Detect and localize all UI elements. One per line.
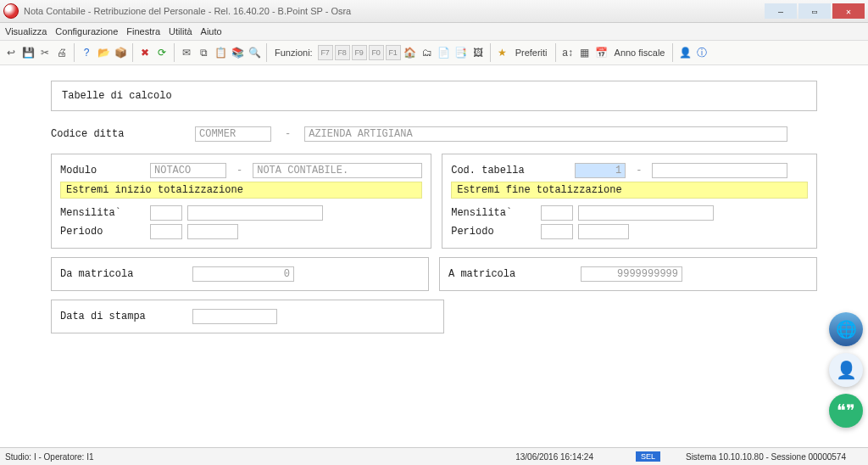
- dash: -: [285, 128, 291, 140]
- mensilita-right-code-input[interactable]: [541, 205, 573, 221]
- window-titlebar: Nota Contabile - Retribuzione del Person…: [0, 0, 868, 23]
- cod-tabella-label: Cod. tabella: [451, 165, 570, 176]
- f0-button[interactable]: F0: [369, 45, 384, 60]
- fine-banner: Estremi fine totalizzazione: [451, 182, 808, 199]
- cod-tabella-value-input[interactable]: [575, 163, 626, 178]
- home-icon[interactable]: 🏠: [403, 45, 418, 60]
- grid-icon[interactable]: ▦: [577, 45, 593, 60]
- preferiti-label[interactable]: Preferiti: [515, 48, 548, 58]
- periodo-left-value-input[interactable]: [187, 224, 238, 239]
- copy-icon[interactable]: ⧉: [196, 45, 211, 60]
- doc-icon[interactable]: 📑: [453, 45, 469, 60]
- app-icon: [3, 3, 19, 19]
- mensilita-left-label: Mensilita`: [60, 207, 145, 219]
- window-minimize-button[interactable]: —: [765, 3, 797, 19]
- status-datetime: 13/06/2016 16:14:24: [515, 452, 593, 462]
- text-icon[interactable]: a↕: [560, 45, 576, 60]
- paste-icon[interactable]: 📋: [213, 45, 228, 60]
- window-maximize-button[interactable]: ▭: [798, 3, 831, 19]
- exit-icon[interactable]: ↩: [3, 45, 19, 60]
- book-icon[interactable]: 📚: [230, 45, 245, 60]
- form-icon[interactable]: 📄: [437, 45, 452, 60]
- stop-icon[interactable]: ✖: [137, 45, 153, 60]
- f1-button[interactable]: F1: [386, 45, 401, 60]
- menu-finestra[interactable]: Finestra: [126, 26, 160, 36]
- right-column: Cod. tabella - Estremi fine totalizzazio…: [442, 154, 817, 249]
- modulo-desc-input[interactable]: [253, 163, 422, 178]
- user-icon[interactable]: 👤: [677, 45, 693, 60]
- menu-aiuto[interactable]: Aiuto: [201, 26, 222, 36]
- folder-open-icon[interactable]: 📂: [96, 45, 111, 60]
- menubar: Visualizza Configurazione Finestra Utili…: [0, 23, 868, 41]
- periodo-right-code-input[interactable]: [541, 224, 573, 239]
- content-area: Tabelle di calcolo Codice ditta - Modulo…: [0, 65, 868, 333]
- status-sistema: Sistema 10.10.10.80 - Sessione 00000574: [686, 452, 846, 462]
- f9-button[interactable]: F9: [352, 45, 367, 60]
- window-title: Nota Contabile - Retribuzione del Person…: [24, 6, 351, 16]
- toolbar: ↩ 💾 ✂ 🖨 ? 📂 📦 ✖ ⟳ ✉ ⧉ 📋 📚 🔍 Funzioni: F7…: [0, 41, 868, 65]
- section-title-box: Tabelle di calcolo: [51, 81, 817, 111]
- refresh-icon[interactable]: ⟳: [154, 45, 170, 60]
- da-matricola-input[interactable]: [192, 266, 294, 282]
- inizio-banner: Estremi inizio totalizzazione: [60, 182, 422, 199]
- cut-icon[interactable]: ✂: [37, 45, 53, 60]
- periodo-right-value-input[interactable]: [578, 224, 629, 239]
- a-matricola-box: A matricola: [439, 257, 817, 291]
- f7-button[interactable]: F7: [318, 45, 333, 60]
- section-title: Tabelle di calcolo: [62, 90, 172, 102]
- save-icon[interactable]: 💾: [20, 45, 36, 60]
- mensilita-right-label: Mensilita`: [451, 207, 536, 219]
- data-di-stampa-box: Data di stampa: [51, 300, 444, 333]
- da-matricola-label: Da matricola: [60, 268, 187, 280]
- package-icon[interactable]: 📦: [113, 45, 128, 60]
- print-icon[interactable]: 🖨: [54, 45, 70, 60]
- info-icon[interactable]: ⓘ: [694, 45, 709, 60]
- star-icon[interactable]: ★: [495, 45, 510, 60]
- periodo-right-label: Periodo: [451, 226, 536, 238]
- menu-utilita[interactable]: Utilità: [169, 26, 192, 36]
- mail-icon[interactable]: ✉: [179, 45, 194, 60]
- anno-fiscale-label[interactable]: Anno fiscale: [615, 48, 665, 58]
- modulo-label: Modulo: [60, 165, 145, 176]
- modulo-code-input[interactable]: [150, 163, 226, 178]
- status-studio: Studio: I - Operatore: I1: [5, 452, 94, 462]
- search-icon[interactable]: 🔍: [247, 45, 262, 60]
- card-icon[interactable]: 🗂: [420, 45, 435, 60]
- data-di-stampa-label: Data di stampa: [60, 311, 187, 322]
- user-fab-icon[interactable]: 👤: [829, 353, 863, 387]
- image-icon[interactable]: 🖼: [470, 45, 486, 60]
- menu-configurazione[interactable]: Configurazione: [55, 26, 118, 36]
- cod-tabella-desc-input[interactable]: [652, 163, 787, 178]
- data-di-stampa-input[interactable]: [192, 309, 277, 324]
- status-sel-badge: SEL: [636, 451, 660, 462]
- help-icon[interactable]: ?: [79, 45, 94, 60]
- calendar-icon[interactable]: 📅: [594, 45, 609, 60]
- codice-ditta-code-input[interactable]: [195, 126, 271, 142]
- mensilita-left-desc-input[interactable]: [187, 205, 323, 221]
- a-matricola-label: A matricola: [448, 268, 576, 280]
- codice-ditta-desc-input[interactable]: [304, 126, 787, 142]
- mensilita-right-desc-input[interactable]: [578, 205, 714, 221]
- quote-fab-icon[interactable]: ❝❞: [829, 394, 863, 428]
- a-matricola-input[interactable]: [581, 266, 682, 282]
- statusbar: Studio: I - Operatore: I1 13/06/2016 16:…: [0, 447, 868, 465]
- f8-button[interactable]: F8: [335, 45, 350, 60]
- menu-visualizza[interactable]: Visualizza: [5, 26, 47, 36]
- periodo-left-label: Periodo: [60, 226, 145, 238]
- da-matricola-box: Da matricola: [51, 257, 429, 291]
- window-close-button[interactable]: ✕: [832, 3, 865, 19]
- funzioni-label: Funzioni:: [275, 48, 313, 58]
- globe-fab-icon[interactable]: 🌐: [829, 312, 863, 346]
- codice-ditta-label: Codice ditta: [51, 128, 186, 140]
- periodo-left-code-input[interactable]: [150, 224, 182, 239]
- left-column: Modulo - Estremi inizio totalizzazione M…: [51, 154, 431, 249]
- mensilita-left-code-input[interactable]: [150, 205, 182, 221]
